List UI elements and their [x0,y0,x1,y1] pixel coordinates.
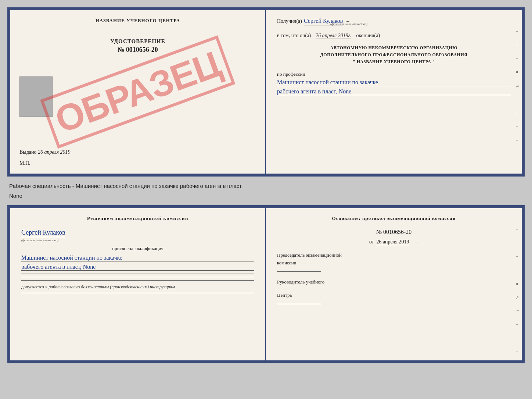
underline1 [21,274,254,274]
document-top: НАЗВАНИЕ УЧЕБНОГО ЦЕНТРА УДОСТОВЕРЕНИЕ №… [7,7,525,177]
rukovoditel-line1: Руководитель учебного [277,279,511,285]
doc-bottom-right: Основание: протокол экзаменационной коми… [266,208,522,360]
bottom-name: Сергей Кулаков [21,229,65,237]
okonchil-label: окончил(а) [356,33,380,39]
predsedatel-line1: Председатель экзаменационной [277,252,511,258]
underline3 [21,280,254,281]
info-text: Рабочая специальность - Машинист насосно… [9,181,523,191]
info-text2: None [9,191,523,201]
info-text-block: Рабочая специальность - Машинист насосно… [7,180,525,202]
profession-line2: рабочего агента в пласт, None [277,88,511,95]
vydano-label: Выдано [19,149,37,155]
vydano-line: Выдано 26 апреля 2019 [19,149,71,155]
doc-right: Получил(а) Сергей Кулаков – (фамилия, им… [266,10,522,174]
poluchil-line: Получил(а) Сергей Кулаков – (фамилия, им… [277,18,511,25]
org-line2: ДОПОЛНИТЕЛЬНОГО ПРОФЕССИОНАЛЬНОГО ОБРАЗО… [277,51,511,58]
side-marks-bottom: – – – – и ,а ← – – – – [516,227,520,363]
qual-line2: рабочего агента в пласт, None [21,264,254,271]
underline4 [21,293,254,293]
predsedatel-line2: комиссии [277,260,511,266]
qual-line1: Машинист насосной станции по закачке [21,254,254,261]
document-bottom: Решением экзаменационной комиссии Сергей… [7,205,525,363]
familiya-hint: (фамилия, имя, отчество) [330,22,367,26]
osnovanie-text: Основание: протокол экзаменационной коми… [277,215,511,221]
udostoverenie-block: УДОСТОВЕРЕНИЕ № 0010656-20 [110,38,165,54]
protocol-number: № 0010656-20 [277,229,511,235]
org-line3: " НАЗВАНИЕ УЧЕБНОГО ЦЕНТРА " [277,58,511,65]
photo-placeholder [19,76,53,117]
rukovoditel-line2: Центра [277,292,511,298]
doc-number: № 0010656-20 [118,46,158,54]
po-professii: по профессии [277,71,511,77]
prisvoyena-text: присвоена квалификация [21,246,254,252]
dopuskaetsya-label: допускается к [21,284,47,289]
vtom-date: 26 апреля 2019г. [316,33,351,39]
udostoverenie-text: УДОСТОВЕРЕНИЕ [110,38,165,44]
side-marks-top: – – – и ,а ← – – – [516,29,520,142]
doc-bottom-left: Решением экзаменационной комиссии Сергей… [10,208,266,360]
bottom-name-line: Сергей Кулаков [21,229,254,236]
protocol-date: от 26 апреля 2019 – [277,239,511,245]
poluchil-label: Получил(а) [277,18,302,24]
vydano-date: 26 апреля 2019 [38,149,70,155]
center-title: НАЗВАНИЕ УЧЕБНОГО ЦЕНТРА [96,18,180,24]
predsedatel-sign-line [277,271,321,272]
page-container: НАЗВАНИЕ УЧЕБНОГО ЦЕНТРА УДОСТОВЕРЕНИЕ №… [7,7,525,363]
doc-left: НАЗВАНИЕ УЧЕБНОГО ЦЕНТРА УДОСТОВЕРЕНИЕ №… [10,10,266,174]
org-line1: АВТОНОМНУЮ НЕКОММЕРЧЕСКУЮ ОРГАНИЗАЦИЮ [277,44,511,51]
profession-line1: Машинист насосной станции по закачке [277,79,511,86]
underline2 [21,277,254,277]
bottom-familiya-hint: (фамилия, имя, отчество) [21,238,254,242]
protocol-date-value: 26 апреля 2019 [376,239,409,245]
org-block: АВТОНОМНУЮ НЕКОММЕРЧЕСКУЮ ОРГАНИЗАЦИЮ ДО… [277,44,511,66]
protocol-date-prefix: от [369,239,374,245]
vtom-label: в том, что он(а) [277,33,311,39]
dopuskaetsya-value: работе согласно должностным (производств… [48,284,175,289]
mp-line: М.П. [19,160,30,166]
vtom-line: в том, что он(а) 26 апреля 2019г. окончи… [277,33,511,39]
rukovoditel-sign-line [277,304,321,304]
resheniem-text: Решением экзаменационной комиссии [21,215,254,221]
dopuskaetsya-block: допускается к работе согласно должностны… [21,284,254,290]
